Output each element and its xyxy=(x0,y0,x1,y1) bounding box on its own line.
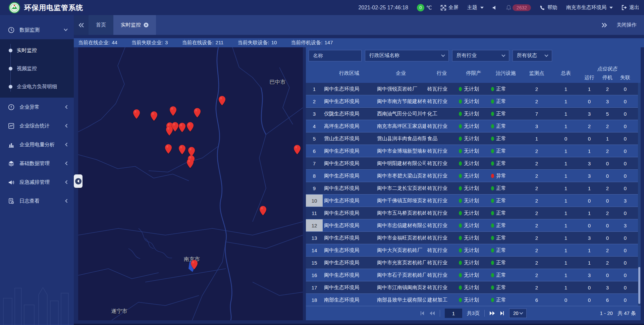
status-dot-green xyxy=(459,174,462,178)
status-dot-green xyxy=(491,248,494,253)
map-pin-icon[interactable] xyxy=(186,122,194,133)
table-row[interactable]: 10阆中生态环境局阆中千佛镇五郎垭页岩砖瓦行业无计划正常21003 xyxy=(306,195,641,207)
table-row[interactable]: 11阆中生态环境局阆中市五马桥页岩机砖砖瓦行业无计划正常21120 xyxy=(306,207,641,219)
temperature-unit: ℃ xyxy=(426,5,432,11)
facility-status-cell: 正常 xyxy=(490,148,522,154)
map-pin-icon[interactable] xyxy=(194,108,201,119)
map-pin-icon[interactable] xyxy=(150,111,158,122)
first-page-button[interactable] xyxy=(420,311,425,316)
table-row[interactable]: 13阆中生态环境局阆中市金福旺页岩机砖砖瓦行业无计划正常21300 xyxy=(306,232,641,244)
meter-cell: 1 xyxy=(551,173,580,179)
meter-cell: 1 xyxy=(551,260,580,266)
map-pin-icon[interactable] xyxy=(169,106,177,117)
close-operations-button[interactable]: 关闭操作 xyxy=(616,22,637,28)
sidebar-item-base-data[interactable]: 基础数据管理 xyxy=(0,154,74,173)
speaker-icon xyxy=(492,5,497,10)
name-search-input[interactable] xyxy=(309,50,362,61)
table-row[interactable]: 7阆中生态环境局阆中明阳建材有限公司砖瓦行业无计划正常21300 xyxy=(306,157,641,170)
map-pin-icon[interactable] xyxy=(133,109,140,120)
tab-label: 首页 xyxy=(96,22,106,28)
table-row[interactable]: 16阆中生态环境局阆中市石子页岩机砖厂砖瓦行业无计划正常21300 xyxy=(306,269,641,281)
table-row[interactable]: 15阆中生态环境局阆中市光富页岩机砖厂砖瓦行业无计划正常21120 xyxy=(306,257,641,269)
map-pin-icon[interactable] xyxy=(191,260,198,271)
table-row[interactable]: 8阆中生态环境局阆中市枣碧大梁山页岩砖瓦行业无计划异常21300 xyxy=(306,170,641,182)
fullscreen-button[interactable]: 全屏 xyxy=(441,4,459,11)
map-pin-icon[interactable] xyxy=(218,96,226,107)
col-lost: 失联 xyxy=(616,72,634,83)
help-button[interactable]: 帮助 xyxy=(540,4,557,11)
table-row[interactable]: 6阆中生态环境局阆中市金博瑞新型墙材砖瓦行业无计划正常21120 xyxy=(306,145,641,157)
row-index-cell: 3 xyxy=(306,108,323,120)
sidebar-item-realtime-monitoring[interactable]: 实时监控 xyxy=(0,41,74,59)
status-label: 正常 xyxy=(496,284,506,291)
stop-cell: 0 xyxy=(598,173,616,179)
table-row[interactable]: 2阆中生态环境局阆中市南方节能建材有砖瓦行业无计划正常21030 xyxy=(306,95,641,108)
sidebar-item-enterprise-statistics[interactable]: 企业综合统计 xyxy=(0,116,74,135)
status-label: 无计划 xyxy=(464,235,479,241)
map-pin-icon[interactable] xyxy=(259,206,267,217)
close-icon[interactable] xyxy=(144,22,149,28)
sidebar-item-emergency-reduction[interactable]: 应急减排管理 xyxy=(0,173,74,192)
region-cell: 阆中生态环境局 xyxy=(323,235,376,241)
sidebar-item-enterprise-abnormal[interactable]: 企业异常 xyxy=(0,98,74,116)
last-page-button[interactable] xyxy=(500,311,504,316)
table-row[interactable]: 5营山生态环境局营山县润丰肉食品有限食品无计划正常10010 xyxy=(306,132,641,145)
sidebar-item-power-load-detail[interactable]: 企业电力负荷明细 xyxy=(0,77,74,96)
status-label: 无计划 xyxy=(464,136,479,142)
map[interactable]: 巴中市南充市遂宁市 xyxy=(78,47,303,320)
row-index-cell: 6 xyxy=(306,145,323,157)
sidebar-item-data-monitoring[interactable]: 数据监测 xyxy=(0,20,74,39)
sidebar-item-power-analysis[interactable]: 企业用电量分析 xyxy=(0,135,74,154)
theme-dropdown[interactable]: 主题 xyxy=(467,4,484,11)
map-pin-icon[interactable] xyxy=(293,145,301,156)
page-size-select[interactable]: 20 xyxy=(509,309,527,318)
sidebar-item-log-view[interactable]: 日志查看 xyxy=(0,192,74,210)
map-pin-icon[interactable] xyxy=(165,144,172,155)
company-cell: 南充市高坪区王家店建 xyxy=(376,123,426,129)
table-row[interactable]: 14阆中生态环境局阆中大兴页岩机砖厂砖瓦行业无计划正常21120 xyxy=(306,244,641,257)
table-row[interactable]: 18南部生态环境局南部县致华土砚有限公建材加工无计划正常60060 xyxy=(306,294,641,306)
fullscreen-label: 全屏 xyxy=(448,4,459,11)
table-row[interactable]: 1阆中生态环境局阆中强锐页岩砖厂砖瓦行业无计划正常21120 xyxy=(306,83,641,95)
points-cell: 2 xyxy=(522,223,551,228)
table-row[interactable]: 17阆中生态环境局阆中市江南镇阆南页岩砖瓦行业无计划正常21030 xyxy=(306,281,641,294)
map-collapse-handle[interactable] xyxy=(74,174,83,188)
next-page-button[interactable] xyxy=(489,311,495,316)
sidebar-item-label: 企业综合统计 xyxy=(19,123,65,129)
table-row[interactable]: 3仪陇生态环境局西南油气田分公司川中化工无计划正常71350 xyxy=(306,108,641,120)
tab-home[interactable]: 首页 xyxy=(89,15,113,35)
logout-button[interactable]: 退出 xyxy=(622,4,639,11)
double-chevron-right-icon[interactable] xyxy=(602,23,607,28)
row-index-cell: 11 xyxy=(306,207,323,219)
company-cell: 阆中市石子页岩机砖厂 xyxy=(376,272,426,278)
stat-value: 3 xyxy=(165,40,168,46)
organization-dropdown[interactable]: 南充市生态环境局 xyxy=(566,4,613,11)
page-size-value: 20 xyxy=(513,311,519,316)
table-row[interactable]: 4高坪生态环境局南充市高坪区王家店建砖瓦行业无计划正常31220 xyxy=(306,120,641,132)
sidebar-item-video-monitoring[interactable]: 视频监控 xyxy=(0,59,74,77)
mute-button[interactable] xyxy=(492,5,497,10)
status-select[interactable]: 所有状态 xyxy=(513,50,552,61)
divider xyxy=(440,310,440,317)
map-pin-icon[interactable] xyxy=(178,122,186,133)
row-index-cell: 2 xyxy=(306,95,323,107)
scrollbar-thumb[interactable] xyxy=(638,267,640,304)
page-number-input[interactable] xyxy=(445,309,462,318)
facility-status-cell: 正常 xyxy=(490,123,522,129)
industry-select[interactable]: 所有行业 xyxy=(452,50,509,61)
tabs-scroll-left-button[interactable] xyxy=(74,15,89,35)
notifications-button[interactable]: 2632 xyxy=(506,4,531,11)
status-label: 无计划 xyxy=(464,272,479,278)
prev-page-button[interactable] xyxy=(429,311,435,316)
table-scrollbar[interactable] xyxy=(638,83,641,306)
map-pin-icon[interactable] xyxy=(178,145,186,156)
run-cell: 0 xyxy=(580,198,598,204)
map-pin-icon[interactable] xyxy=(166,126,173,137)
tab-realtime-monitoring[interactable]: 实时监控 xyxy=(113,15,156,35)
map-pin-icon[interactable] xyxy=(186,158,194,169)
status-label: 异常 xyxy=(496,173,506,179)
status-dot-red xyxy=(491,174,494,178)
table-row[interactable]: 9阆中生态环境局阆中市二龙长宝页岩砖砖瓦行业无计划正常21120 xyxy=(306,182,641,195)
table-row[interactable]: 12阆中生态环境局阆中市忠信建材有限公砖瓦行业无计划正常21003 xyxy=(306,219,641,232)
region-select[interactable]: 行政区域名称 xyxy=(365,50,449,61)
